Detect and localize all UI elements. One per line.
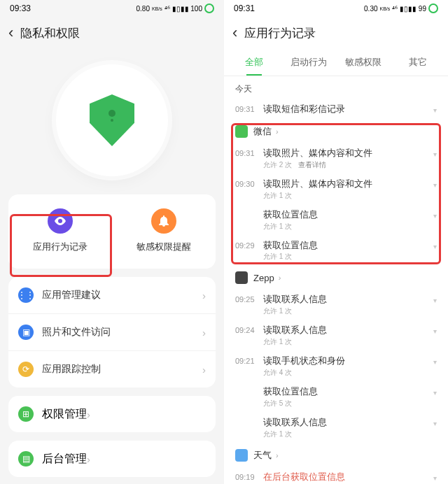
chevron-down-icon: ▾ <box>433 471 437 482</box>
back-icon[interactable]: ‹ <box>232 24 237 42</box>
clock: 09:31 <box>234 3 255 13</box>
log-sub: 允许 2 次 查看详情 <box>263 160 433 170</box>
bell-icon <box>151 208 176 234</box>
chevron-right-icon: › <box>279 273 281 282</box>
row-permission-mgmt[interactable]: ⊞ 权限管理 › <box>8 396 216 432</box>
chevron-down-icon: ▾ <box>433 325 437 335</box>
app-group-header[interactable]: Zepp › <box>224 266 448 290</box>
log-time: 09:25 <box>235 294 263 304</box>
row-background-mgmt[interactable]: ▤ 后台管理 › <box>8 441 216 477</box>
log-entry[interactable]: 获取位置信息 允许 1 次 ▾ <box>224 205 448 236</box>
eye-icon <box>48 208 73 234</box>
chevron-down-icon: ▾ <box>433 417 437 427</box>
log-entry[interactable]: 09:25 读取联系人信息 允许 1 次 ▾ <box>224 290 448 320</box>
app-behavior-record[interactable]: 应用行为记录 <box>8 208 112 253</box>
log-title: 在后台获取位置信息 <box>263 471 433 483</box>
app-icon <box>235 125 248 138</box>
settings-list: ⋮⋮ 应用管理建议 › ▣ 照片和文件访问 › ⟳ 应用跟踪控制 › <box>8 277 216 387</box>
log-sub: 允许 1 次 <box>263 306 433 316</box>
shield-hero <box>0 49 224 194</box>
log-time: 09:21 <box>235 355 263 365</box>
log-entry[interactable]: 09:29 获取位置信息 允许 1 次 ▾ <box>224 236 448 266</box>
log-sub: 允许 1 次 <box>263 429 433 439</box>
image-icon: ▣ <box>18 325 34 340</box>
log-time <box>235 417 263 418</box>
row-app-suggestions[interactable]: ⋮⋮ 应用管理建议 › <box>8 277 216 313</box>
log-entry[interactable]: 09:31 读取短信和彩信记录 ▾ <box>224 99 448 120</box>
tab-launch[interactable]: 启动行为 <box>281 49 336 76</box>
grid-icon: ⊞ <box>18 406 34 422</box>
log-time: 09:19 <box>235 471 263 481</box>
log-sub: 允许 1 次 <box>263 337 433 347</box>
page-title: 应用行为记录 <box>244 25 316 41</box>
detail-link[interactable]: 查看详情 <box>298 161 326 169</box>
row-photo-file-access[interactable]: ▣ 照片和文件访问 › <box>8 313 216 350</box>
chevron-right-icon: › <box>202 327 206 339</box>
chevron-down-icon: ▾ <box>433 240 437 250</box>
log-sub: 允许 4 次 <box>263 368 433 378</box>
chevron-down-icon: ▾ <box>433 209 437 220</box>
log-entry[interactable]: 09:24 读取联系人信息 允许 1 次 ▾ <box>224 320 448 351</box>
log-sub: 允许 1 次 <box>263 222 433 232</box>
chevron-right-icon: › <box>202 364 206 376</box>
chevron-down-icon: ▾ <box>433 294 437 304</box>
chevron-right-icon: › <box>87 408 90 420</box>
page-title: 隐私和权限 <box>20 25 80 41</box>
app-group-header[interactable]: 天气 › <box>224 443 448 467</box>
clock: 09:33 <box>10 3 31 13</box>
back-icon[interactable]: ‹ <box>8 24 13 42</box>
chevron-down-icon: ▾ <box>433 104 437 114</box>
chevron-right-icon: › <box>87 453 90 465</box>
log-entry[interactable]: 读取联系人信息 允许 1 次 ▾ <box>224 413 448 443</box>
log-title: 获取位置信息 <box>263 386 433 398</box>
section-today: 今天 <box>224 76 448 99</box>
row-app-tracking[interactable]: ⟳ 应用跟踪控制 › <box>8 350 216 387</box>
log-time: 09:29 <box>235 240 263 250</box>
log-time: 09:31 <box>235 104 263 113</box>
layers-icon: ▤ <box>18 451 34 467</box>
chevron-down-icon: ▾ <box>433 355 437 366</box>
log-time <box>235 386 263 387</box>
tab-bar: 全部 启动行为 敏感权限 其它 <box>224 49 448 76</box>
feature-card: 应用行为记录 敏感权限提醒 <box>8 194 216 269</box>
log-title: 读取照片、媒体内容和文件 <box>263 148 433 159</box>
chevron-down-icon: ▾ <box>433 386 437 397</box>
log-time: 09:30 <box>235 178 263 188</box>
sensitive-permission-alert[interactable]: 敏感权限提醒 <box>112 208 216 253</box>
log-entry[interactable]: 09:31 读取照片、媒体内容和文件 允许 2 次 查看详情 ▾ <box>224 143 448 174</box>
page-header: ‹ 应用行为记录 <box>224 17 448 49</box>
shield-icon <box>90 94 134 146</box>
battery-ring-icon <box>204 3 214 13</box>
log-title: 读取联系人信息 <box>263 294 433 306</box>
log-entry[interactable]: 09:21 读取手机状态和身份 允许 4 次 ▾ <box>224 351 448 382</box>
log-list[interactable]: 今天09:31 读取短信和彩信记录 ▾ 微信 ›09:31 读取照片、媒体内容和… <box>224 76 448 484</box>
tab-sensitive[interactable]: 敏感权限 <box>336 49 391 76</box>
chevron-right-icon: › <box>202 290 206 301</box>
log-title: 读取联系人信息 <box>263 325 433 336</box>
chevron-right-icon: › <box>276 127 279 136</box>
log-sub: 允许 1 次 <box>263 252 433 262</box>
log-title: 获取位置信息 <box>263 209 433 221</box>
log-entry[interactable]: 09:30 读取照片、媒体内容和文件 允许 1 次 ▾ <box>224 174 448 205</box>
log-title: 读取联系人信息 <box>263 417 433 429</box>
tab-all[interactable]: 全部 <box>227 49 281 76</box>
app-name: Zepp <box>253 273 274 283</box>
log-time: 09:24 <box>235 325 263 334</box>
log-time <box>235 209 263 211</box>
log-entry[interactable]: 09:19 在后台获取位置信息 ▾ <box>224 467 448 484</box>
status-bar: 09:33 0.80 KB/s ⁴⁶ ▮▯▮▮ 100 <box>0 0 224 17</box>
chevron-right-icon: › <box>276 451 279 460</box>
log-time: 09:31 <box>235 148 263 157</box>
chevron-down-icon: ▾ <box>433 148 437 158</box>
log-sub: 允许 5 次 <box>263 399 433 408</box>
app-group-header[interactable]: 微信 › <box>224 120 448 143</box>
status-bar: 09:31 0.30 KB/s ⁴⁶ ▮▯▮▮ 99 <box>224 0 448 17</box>
log-entry[interactable]: 获取位置信息 允许 5 次 ▾ <box>224 382 448 413</box>
app-name: 微信 <box>253 125 272 138</box>
chevron-down-icon: ▾ <box>433 178 437 189</box>
battery-ring-icon <box>428 3 438 13</box>
page-header: ‹ 隐私和权限 <box>0 17 224 49</box>
log-title: 读取手机状态和身份 <box>263 355 433 367</box>
log-title: 读取短信和彩信记录 <box>263 104 433 115</box>
tab-other[interactable]: 其它 <box>391 49 445 76</box>
